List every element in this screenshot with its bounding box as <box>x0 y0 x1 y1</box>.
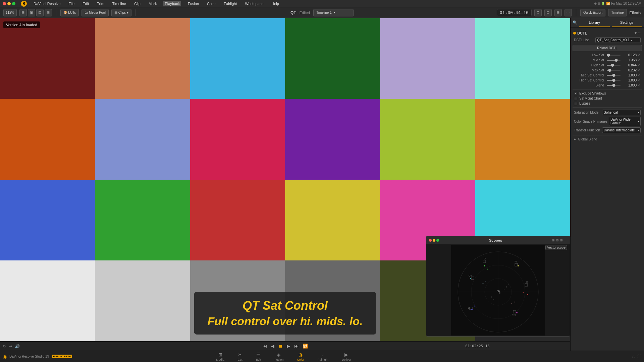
swatch-dark-green <box>285 18 380 99</box>
checkbox-bypass[interactable]: Bypass <box>573 101 642 106</box>
menu-help[interactable]: Help <box>270 1 280 6</box>
blend-slider[interactable] <box>607 85 621 86</box>
low-sat-value: 0.128 <box>623 53 637 57</box>
skip-to-start-btn[interactable]: ⏮ <box>263 344 267 349</box>
volume-icon[interactable]: 🔊 <box>15 344 20 349</box>
clips-btn[interactable]: ▤ Clips ▾ <box>111 9 131 16</box>
blend-reset[interactable]: ↺ <box>638 84 641 87</box>
scope-ctrl-2[interactable]: ⊡ <box>556 239 559 242</box>
sat-chart-checkbox[interactable] <box>574 97 577 100</box>
high-sat-ctrl-slider[interactable] <box>607 80 621 81</box>
media-pool-btn[interactable]: 🗂 Media Pool <box>82 9 109 16</box>
reload-dctl-btn[interactable]: Reload DCTL <box>573 45 642 51</box>
toolbar-icon-2[interactable]: ▣ <box>28 9 35 16</box>
bypass-checkbox[interactable] <box>574 102 577 105</box>
quick-export-btn[interactable]: Quick Export <box>580 9 605 16</box>
high-sat-reset-btn[interactable]: ↺ <box>638 64 641 67</box>
transfer-fn-select[interactable]: DaVinci Intermediate ▾ <box>602 127 641 133</box>
prev-frame-btn[interactable]: ◀ <box>271 344 274 349</box>
tab-deliver[interactable]: ▶ Deliver <box>335 351 358 362</box>
timecode-display: 01:00:44:10 <box>497 9 532 16</box>
high-sat-slider[interactable] <box>607 65 621 66</box>
menu-file[interactable]: File <box>67 1 76 6</box>
menu-fusion[interactable]: Fusion <box>186 1 200 6</box>
menu-color[interactable]: Color <box>206 1 217 6</box>
luts-btn[interactable]: 🎨 LUTs <box>60 9 79 16</box>
high-sat-ctrl-reset[interactable]: ↺ <box>638 79 641 82</box>
blend-label: Blend <box>574 83 604 87</box>
mid-sat-ctrl-reset[interactable]: ↺ <box>638 74 641 77</box>
toolbar-icon-3[interactable]: ⊡ <box>36 9 44 16</box>
menu-playback[interactable]: Playback <box>163 1 181 6</box>
stop-btn[interactable]: ⏹ <box>278 344 283 349</box>
tab-fairlight[interactable]: ♩ Fairlight <box>311 351 335 362</box>
menu-mark[interactable]: Mark <box>147 1 158 6</box>
search-icon: 🔍 <box>573 20 577 25</box>
scopes-close-btn[interactable] <box>429 239 432 242</box>
vectorscope-selector[interactable]: Vectorscope <box>545 245 567 250</box>
skip-to-end-btn[interactable]: ⏭ <box>294 344 299 349</box>
tab-cut[interactable]: ✂ Cut <box>231 351 249 362</box>
tab-fusion[interactable]: ◈ Fusion <box>268 351 290 362</box>
dctl-collapse-btn[interactable]: ▾ <box>635 31 637 35</box>
menu-davinci[interactable]: DaVinci Resolve <box>32 1 62 6</box>
swatch-light-grey <box>95 260 190 341</box>
low-sat-reset-btn[interactable]: ↺ <box>638 54 641 57</box>
effects-label[interactable]: Effects <box>630 11 641 15</box>
tab-settings[interactable]: Settings <box>612 18 642 27</box>
minimize-window-btn[interactable] <box>7 2 11 5</box>
monitor-icon[interactable]: ⊡ <box>544 9 552 16</box>
in-out-icon[interactable]: ⇥ <box>9 344 12 349</box>
dctl-menu-btn[interactable]: ⋯ <box>638 31 641 35</box>
color-space-row: Color Space Primaries DaVinci Wide Gamut… <box>573 116 642 127</box>
scopes-body: Vectorscope <box>426 244 570 336</box>
home-icon[interactable]: ⌂ <box>632 354 635 359</box>
swatch-orange-brown <box>95 18 190 99</box>
timeline-selector[interactable]: Timeline 1 ▾ <box>313 9 354 16</box>
low-sat-slider[interactable] <box>607 55 621 56</box>
menu-fairlight[interactable]: Fairlight <box>222 1 238 6</box>
toolbar-icon-4[interactable]: ⊟ <box>45 9 52 16</box>
tab-edit[interactable]: ☰ Edit <box>249 351 268 362</box>
loop-icon[interactable]: ↺ <box>3 344 6 349</box>
svg-point-22 <box>499 292 500 294</box>
mid-sat-reset-btn[interactable]: ↺ <box>638 59 641 62</box>
mid-sat-slider[interactable] <box>607 60 621 61</box>
color-label: Color <box>297 358 304 361</box>
fullscreen-icon[interactable]: ⛶ <box>637 354 641 359</box>
toolbar-icon-1[interactable]: ⊞ <box>19 9 27 16</box>
menu-edit[interactable]: Edit <box>81 1 90 6</box>
play-btn[interactable]: ▶ <box>287 344 290 349</box>
timeline-btn[interactable]: Timeline <box>608 9 627 16</box>
scope-ctrl-3[interactable]: ⊟ <box>560 239 563 242</box>
layout-icon[interactable]: ⊞ <box>554 9 562 16</box>
menu-trim[interactable]: Trim <box>96 1 106 6</box>
tab-color[interactable]: ◑ Color <box>290 351 311 362</box>
scope-ctrl-1[interactable]: ⊞ <box>552 239 555 242</box>
dctl-list-value[interactable]: QT_Sat_Control_v0.1 ▾ <box>595 37 641 43</box>
more-icon[interactable]: ⋯ <box>565 9 572 16</box>
settings-icon[interactable]: ⚙ <box>534 9 542 16</box>
close-window-btn[interactable] <box>3 2 6 5</box>
global-blend-row[interactable]: ▶ Global Blend <box>573 137 642 142</box>
tab-media[interactable]: ⊞ Media <box>209 351 231 362</box>
maximize-window-btn[interactable] <box>12 2 15 5</box>
exclude-shadows-checkbox[interactable]: ✓ <box>574 92 577 95</box>
edit-icon: ☰ <box>256 352 261 357</box>
max-sat-slider[interactable] <box>607 70 621 71</box>
checkbox-exclude-shadows[interactable]: ✓ Exclude Shadows <box>573 91 642 96</box>
scope-ctrl-4[interactable]: ⋯ <box>564 239 567 242</box>
tab-library[interactable]: Library <box>579 18 610 27</box>
scopes-expand-btn[interactable] <box>436 239 439 242</box>
menu-clip[interactable]: Clip <box>133 1 142 6</box>
menu-workspace[interactable]: Workspace <box>244 1 265 6</box>
menu-timeline[interactable]: Timeline <box>111 1 127 6</box>
loop-playback-btn[interactable]: 🔁 <box>303 344 308 349</box>
scopes-minimize-btn[interactable] <box>433 239 435 242</box>
color-space-select[interactable]: DaVinci Wide Gamut ▾ <box>609 117 641 126</box>
mid-sat-ctrl-slider[interactable] <box>607 75 621 76</box>
saturation-mode-select[interactable]: Spherical ▾ <box>602 110 641 115</box>
checkbox-sat-chart[interactable]: Sat v Sat Chart <box>573 96 642 101</box>
zoom-selector[interactable]: 112% <box>3 9 17 16</box>
max-sat-reset-btn[interactable]: ↺ <box>638 69 641 72</box>
